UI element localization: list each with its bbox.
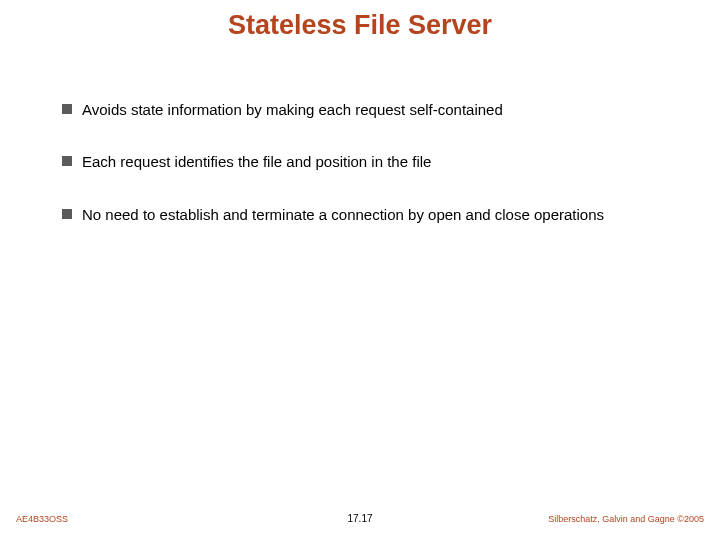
list-item: Each request identifies the file and pos… — [62, 152, 690, 172]
list-item: Avoids state information by making each … — [62, 100, 690, 120]
footer-attribution: Silberschatz, Galvin and Gagne ©2005 — [548, 514, 704, 524]
list-item: No need to establish and terminate a con… — [62, 205, 690, 225]
bullet-text: Avoids state information by making each … — [82, 100, 503, 120]
slide: Stateless File Server Avoids state infor… — [0, 0, 720, 540]
bullet-text: No need to establish and terminate a con… — [82, 205, 604, 225]
square-bullet-icon — [62, 209, 72, 219]
square-bullet-icon — [62, 104, 72, 114]
square-bullet-icon — [62, 156, 72, 166]
slide-title: Stateless File Server — [0, 0, 720, 41]
bullet-text: Each request identifies the file and pos… — [82, 152, 431, 172]
slide-content: Avoids state information by making each … — [62, 100, 690, 257]
